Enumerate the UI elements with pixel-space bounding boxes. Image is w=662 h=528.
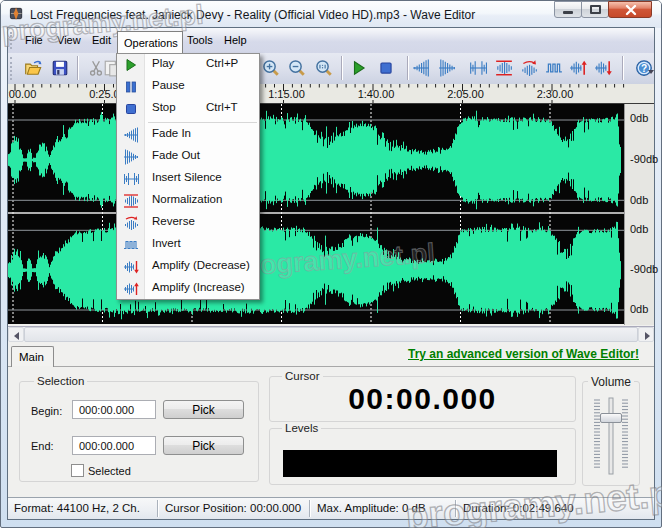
svg-text:?: ? (641, 63, 647, 74)
